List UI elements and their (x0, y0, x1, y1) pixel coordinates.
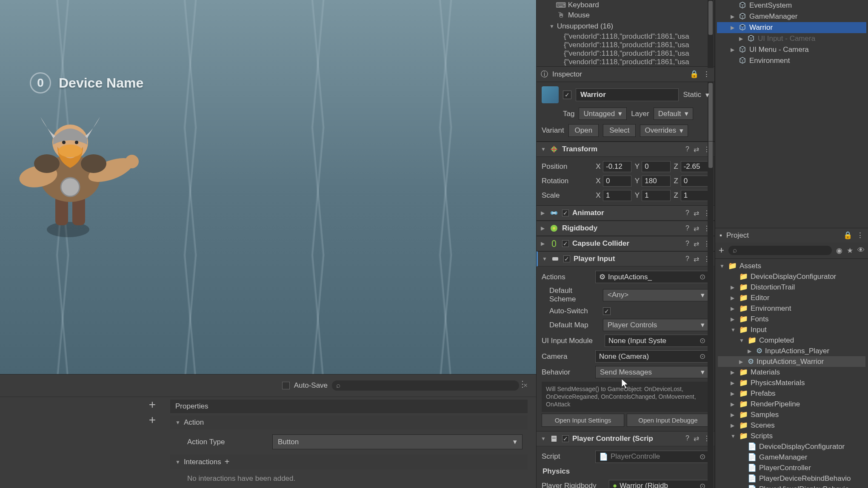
project-item[interactable]: ▼📁Input (718, 324, 865, 335)
lock-icon[interactable]: 🔒 (843, 231, 852, 240)
gameobject-active-checkbox[interactable] (563, 91, 571, 99)
static-dropdown-icon[interactable]: ▾ (705, 91, 709, 99)
project-item[interactable]: ▶⚙InputActions_Player (718, 346, 865, 356)
project-search-input[interactable]: ⌕ (728, 246, 832, 255)
object-picker-icon[interactable]: ⊙ (700, 336, 705, 345)
project-item[interactable]: 📄GameManager (718, 452, 865, 462)
hierarchy-item[interactable]: ▶UI Menu - Camera (717, 44, 866, 55)
project-item[interactable]: 📄DeviceDisplayConfigurator (718, 441, 865, 452)
rotation-y-field[interactable]: 180 (642, 176, 670, 187)
project-item[interactable]: ▶⚙InputActions_Warrior (718, 356, 865, 367)
position-z-field[interactable]: -2.65 (681, 161, 709, 172)
interactions-header[interactable]: ▼ Interactions + (170, 454, 528, 469)
device-raw-entry[interactable]: {"vendorId":1118,"productId":1861,"usa (540, 58, 711, 66)
project-item[interactable]: 📁DeviceDisplayConfigurator (718, 271, 865, 282)
tag-dropdown[interactable]: Untagged▾ (579, 108, 627, 120)
prefab-overrides-dropdown[interactable]: Overrides▾ (640, 125, 688, 137)
hierarchy-item[interactable]: Environment (717, 55, 866, 66)
prefab-select-button[interactable]: Select (603, 124, 636, 137)
hierarchy-item[interactable]: ▶GameManager (717, 11, 866, 22)
auto-switch-checkbox[interactable] (603, 307, 611, 315)
actions-field[interactable]: ⚙InputActions_⊙ (595, 271, 709, 283)
add-button[interactable]: + (149, 397, 156, 412)
gameobject-name-field[interactable]: Warrior (576, 88, 679, 101)
panel-menu-icon[interactable]: ⋮ (703, 70, 710, 79)
camera-field[interactable]: None (Camera)⊙ (595, 350, 709, 363)
object-picker-icon[interactable]: ⊙ (700, 452, 705, 461)
device-keyboard[interactable]: ⌨Keyboard (540, 0, 711, 10)
filter-icon[interactable]: ◉ (836, 246, 842, 255)
object-picker-icon[interactable]: ⊙ (700, 272, 705, 281)
autosave-checkbox[interactable] (282, 382, 290, 389)
rotation-x-field[interactable]: 0 (603, 176, 631, 187)
add-interaction-button[interactable]: + (225, 457, 234, 467)
add-button-2[interactable]: + (149, 412, 156, 428)
ui-input-module-field[interactable]: None (Input Syste⊙ (605, 335, 709, 347)
preset-icon[interactable]: ⇄ (694, 255, 699, 263)
project-item[interactable]: ▶📁Editor (718, 292, 865, 303)
create-asset-button[interactable]: + (719, 245, 724, 256)
object-picker-icon[interactable]: ⊙ (700, 352, 705, 361)
project-item[interactable]: ▶📁Scenes (718, 420, 865, 431)
hierarchy-item[interactable]: ▶Warrior (717, 22, 866, 33)
player-rigidbody-field[interactable]: ●Warrior (Rigidb⊙ (609, 480, 709, 488)
rotation-z-field[interactable]: 0 (681, 176, 709, 187)
project-item[interactable]: ▶📁PhysicsMaterials (718, 377, 865, 388)
transform-component-header[interactable]: ▼ Transform ?⇄⋮ (537, 142, 714, 157)
help-icon[interactable]: ? (685, 434, 689, 443)
prefab-open-button[interactable]: Open (568, 124, 599, 137)
hidden-icon[interactable]: 👁 (857, 246, 865, 255)
device-mouse[interactable]: 🖱Mouse (540, 10, 711, 20)
player-input-enabled-checkbox[interactable] (563, 255, 570, 262)
hierarchy-item[interactable]: EventSystem (717, 0, 866, 11)
action-header[interactable]: ▼ Action (170, 416, 528, 429)
animator-enabled-checkbox[interactable] (562, 210, 569, 216)
scale-y-field[interactable]: 1 (642, 190, 670, 201)
lock-icon[interactable]: 🔒 (690, 70, 699, 79)
rigidbody-component-header[interactable]: ▶ Rigidbody ?⇄⋮ (537, 221, 714, 236)
device-raw-entry[interactable]: {"vendorId":1118,"productId":1861,"usa (540, 49, 711, 58)
search-input[interactable]: ⌕ (332, 380, 519, 391)
preset-icon[interactable]: ⇄ (694, 434, 699, 443)
preset-icon[interactable]: ⇄ (694, 145, 699, 153)
project-item[interactable]: 📄PlayerController (718, 462, 865, 473)
help-icon[interactable]: ? (685, 224, 689, 233)
project-item[interactable]: ▶📁Fonts (718, 314, 865, 324)
capsule-collider-component-header[interactable]: ▶ Capsule Collider ?⇄⋮ (537, 236, 714, 251)
capsule-enabled-checkbox[interactable] (562, 240, 569, 247)
scale-x-field[interactable]: 1 (603, 190, 631, 201)
default-scheme-dropdown[interactable]: <Any>▾ (603, 289, 709, 301)
hierarchy-item[interactable]: ▶UI Input - Camera (717, 33, 866, 44)
scene-view[interactable]: 0 Device Name (0, 0, 536, 374)
position-x-field[interactable]: -0.12 (603, 161, 631, 172)
panel-menu-icon[interactable]: ⋮ (857, 231, 864, 240)
preset-icon[interactable]: ⇄ (694, 240, 699, 248)
project-item[interactable]: ▶📁Materials (718, 367, 865, 377)
project-item[interactable]: ▶📁DistortionTrail (718, 282, 865, 292)
open-input-settings-button[interactable]: Open Input Settings (542, 414, 624, 427)
project-item[interactable]: ▶📁RenderPipeline (718, 399, 865, 409)
scale-z-field[interactable]: 1 (681, 190, 709, 201)
panel-menu-icon[interactable]: ⋮ (518, 379, 528, 389)
help-icon[interactable]: ? (685, 145, 689, 153)
help-icon[interactable]: ? (685, 209, 689, 217)
help-icon[interactable]: ? (685, 240, 689, 248)
project-item[interactable]: 📄PlayerDeviceRebindBehavio (718, 473, 865, 484)
gameobject-icon[interactable] (542, 86, 559, 103)
player-input-component-header[interactable]: ▼ Player Input ?⇄⋮ (537, 251, 714, 267)
unsupported-group[interactable]: ▼Unsupported (16) (540, 20, 711, 32)
open-input-debugger-button[interactable]: Open Input Debugge (627, 414, 709, 427)
project-item[interactable]: ▼📁Completed (718, 335, 865, 346)
project-item[interactable]: 📄PlayerVisualDisplayBehavio (718, 484, 865, 488)
help-icon[interactable]: ? (685, 255, 689, 263)
project-item[interactable]: ▼📁Scripts (718, 431, 865, 441)
preset-icon[interactable]: ⇄ (694, 209, 699, 217)
project-item[interactable]: ▶📁Samples (718, 409, 865, 420)
object-picker-icon[interactable]: ⊙ (700, 482, 705, 488)
action-type-dropdown[interactable]: Button▾ (272, 434, 523, 449)
preset-icon[interactable]: ⇄ (694, 224, 699, 233)
player-controller-component-header[interactable]: ▼ Player Controller (Scrip ?⇄⋮ (537, 431, 714, 446)
project-item[interactable]: ▶📁Environment (718, 303, 865, 314)
default-map-dropdown[interactable]: Player Controls▾ (603, 319, 709, 331)
layer-dropdown[interactable]: Default▾ (654, 108, 693, 120)
